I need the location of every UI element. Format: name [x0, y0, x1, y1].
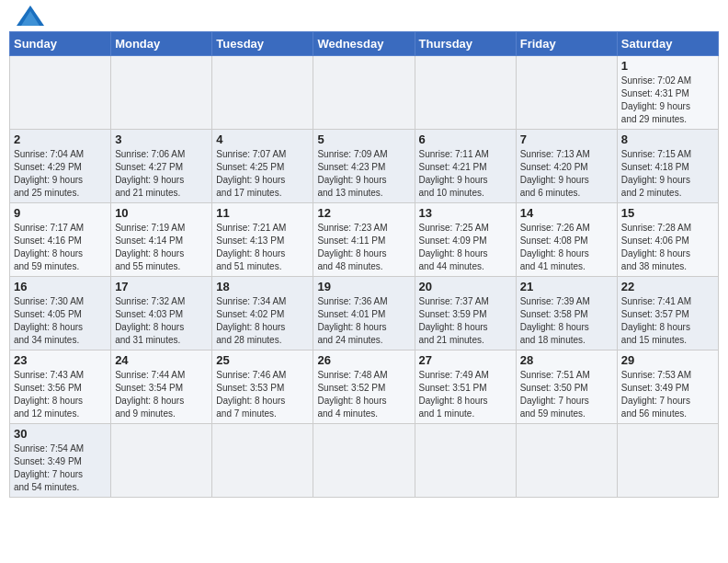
day-number: 15 [621, 206, 714, 220]
day-info: Sunrise: 7:07 AM Sunset: 4:25 PM Dayligh… [216, 148, 309, 200]
day-info: Sunrise: 7:54 AM Sunset: 3:49 PM Dayligh… [14, 442, 107, 494]
calendar-day-cell: 28Sunrise: 7:51 AM Sunset: 3:50 PM Dayli… [516, 350, 617, 424]
weekday-header-sunday: Sunday [10, 32, 111, 56]
calendar-day-cell: 27Sunrise: 7:49 AM Sunset: 3:51 PM Dayli… [415, 350, 516, 424]
day-info: Sunrise: 7:43 AM Sunset: 3:56 PM Dayligh… [14, 369, 107, 420]
calendar-day-cell: 29Sunrise: 7:53 AM Sunset: 3:49 PM Dayli… [617, 350, 718, 424]
day-number: 29 [621, 353, 714, 367]
calendar-day-cell [415, 56, 516, 130]
calendar-day-cell [415, 424, 516, 498]
calendar-table: SundayMondayTuesdayWednesdayThursdayFrid… [9, 31, 719, 498]
calendar-day-cell: 11Sunrise: 7:21 AM Sunset: 4:13 PM Dayli… [212, 203, 313, 277]
day-number: 19 [317, 280, 410, 293]
calendar-day-cell [212, 424, 313, 498]
day-number: 7 [520, 132, 613, 146]
day-info: Sunrise: 7:48 AM Sunset: 3:52 PM Dayligh… [317, 369, 410, 420]
day-number: 11 [216, 206, 309, 220]
day-info: Sunrise: 7:39 AM Sunset: 3:58 PM Dayligh… [520, 295, 613, 347]
day-number: 2 [14, 132, 107, 146]
calendar-day-cell: 17Sunrise: 7:32 AM Sunset: 4:03 PM Dayli… [111, 277, 212, 350]
day-number: 24 [115, 353, 208, 367]
day-number: 27 [419, 353, 512, 367]
day-number: 17 [115, 280, 208, 293]
day-number: 5 [317, 132, 410, 146]
day-info: Sunrise: 7:44 AM Sunset: 3:54 PM Dayligh… [115, 369, 208, 420]
day-info: Sunrise: 7:11 AM Sunset: 4:21 PM Dayligh… [419, 148, 512, 200]
day-info: Sunrise: 7:19 AM Sunset: 4:14 PM Dayligh… [115, 222, 208, 273]
day-info: Sunrise: 7:06 AM Sunset: 4:27 PM Dayligh… [115, 148, 208, 200]
weekday-header-friday: Friday [516, 32, 617, 56]
day-number: 9 [14, 206, 107, 220]
calendar-day-cell [10, 56, 111, 130]
day-info: Sunrise: 7:02 AM Sunset: 4:31 PM Dayligh… [621, 75, 714, 126]
calendar-day-cell: 19Sunrise: 7:36 AM Sunset: 4:01 PM Dayli… [313, 277, 415, 350]
weekday-header-thursday: Thursday [415, 32, 516, 56]
logo [13, 9, 44, 26]
calendar-week-row: 23Sunrise: 7:43 AM Sunset: 3:56 PM Dayli… [10, 350, 719, 424]
day-number: 16 [14, 280, 107, 293]
day-number: 23 [14, 353, 107, 367]
day-info: Sunrise: 7:23 AM Sunset: 4:11 PM Dayligh… [317, 222, 410, 273]
day-info: Sunrise: 7:28 AM Sunset: 4:06 PM Dayligh… [621, 222, 714, 273]
weekday-header-tuesday: Tuesday [212, 32, 313, 56]
day-info: Sunrise: 7:37 AM Sunset: 3:59 PM Dayligh… [419, 295, 512, 347]
weekday-header-monday: Monday [111, 32, 212, 56]
day-info: Sunrise: 7:15 AM Sunset: 4:18 PM Dayligh… [621, 148, 714, 200]
calendar-day-cell: 1Sunrise: 7:02 AM Sunset: 4:31 PM Daylig… [617, 56, 718, 130]
calendar-day-cell: 26Sunrise: 7:48 AM Sunset: 3:52 PM Dayli… [313, 350, 415, 424]
calendar-day-cell: 3Sunrise: 7:06 AM Sunset: 4:27 PM Daylig… [111, 130, 212, 203]
calendar-day-cell: 21Sunrise: 7:39 AM Sunset: 3:58 PM Dayli… [516, 277, 617, 350]
calendar-day-cell: 9Sunrise: 7:17 AM Sunset: 4:16 PM Daylig… [10, 203, 111, 277]
calendar-day-cell: 18Sunrise: 7:34 AM Sunset: 4:02 PM Dayli… [212, 277, 313, 350]
calendar-day-cell: 7Sunrise: 7:13 AM Sunset: 4:20 PM Daylig… [516, 130, 617, 203]
calendar-day-cell [313, 56, 415, 130]
calendar-day-cell: 6Sunrise: 7:11 AM Sunset: 4:21 PM Daylig… [415, 130, 516, 203]
calendar-day-cell: 10Sunrise: 7:19 AM Sunset: 4:14 PM Dayli… [111, 203, 212, 277]
calendar-day-cell: 20Sunrise: 7:37 AM Sunset: 3:59 PM Dayli… [415, 277, 516, 350]
calendar-week-row: 16Sunrise: 7:30 AM Sunset: 4:05 PM Dayli… [10, 277, 719, 350]
calendar-day-cell [617, 424, 718, 498]
calendar-day-cell: 12Sunrise: 7:23 AM Sunset: 4:11 PM Dayli… [313, 203, 415, 277]
calendar-day-cell [111, 56, 212, 130]
calendar-day-cell: 22Sunrise: 7:41 AM Sunset: 3:57 PM Dayli… [617, 277, 718, 350]
day-info: Sunrise: 7:34 AM Sunset: 4:02 PM Dayligh… [216, 295, 309, 347]
calendar-week-row: 9Sunrise: 7:17 AM Sunset: 4:16 PM Daylig… [10, 203, 719, 277]
calendar-day-cell: 25Sunrise: 7:46 AM Sunset: 3:53 PM Dayli… [212, 350, 313, 424]
day-info: Sunrise: 7:32 AM Sunset: 4:03 PM Dayligh… [115, 295, 208, 347]
calendar-day-cell [212, 56, 313, 130]
calendar-day-cell [111, 424, 212, 498]
header [9, 9, 719, 26]
calendar-day-cell: 14Sunrise: 7:26 AM Sunset: 4:08 PM Dayli… [516, 203, 617, 277]
day-info: Sunrise: 7:30 AM Sunset: 4:05 PM Dayligh… [14, 295, 107, 347]
calendar-day-cell: 23Sunrise: 7:43 AM Sunset: 3:56 PM Dayli… [10, 350, 111, 424]
day-number: 21 [520, 280, 613, 293]
day-number: 4 [216, 132, 309, 146]
weekday-header-row: SundayMondayTuesdayWednesdayThursdayFrid… [10, 32, 719, 56]
day-info: Sunrise: 7:36 AM Sunset: 4:01 PM Dayligh… [317, 295, 410, 347]
day-number: 30 [14, 427, 107, 441]
day-number: 12 [317, 206, 410, 220]
calendar-day-cell: 24Sunrise: 7:44 AM Sunset: 3:54 PM Dayli… [111, 350, 212, 424]
day-number: 20 [419, 280, 512, 293]
day-number: 1 [621, 59, 714, 73]
calendar-day-cell [516, 424, 617, 498]
calendar-day-cell: 4Sunrise: 7:07 AM Sunset: 4:25 PM Daylig… [212, 130, 313, 203]
day-info: Sunrise: 7:49 AM Sunset: 3:51 PM Dayligh… [419, 369, 512, 420]
day-number: 26 [317, 353, 410, 367]
day-number: 10 [115, 206, 208, 220]
calendar-day-cell: 16Sunrise: 7:30 AM Sunset: 4:05 PM Dayli… [10, 277, 111, 350]
day-info: Sunrise: 7:09 AM Sunset: 4:23 PM Dayligh… [317, 148, 410, 200]
day-info: Sunrise: 7:41 AM Sunset: 3:57 PM Dayligh… [621, 295, 714, 347]
calendar-week-row: 30Sunrise: 7:54 AM Sunset: 3:49 PM Dayli… [10, 424, 719, 498]
calendar-day-cell: 8Sunrise: 7:15 AM Sunset: 4:18 PM Daylig… [617, 130, 718, 203]
calendar-day-cell: 2Sunrise: 7:04 AM Sunset: 4:29 PM Daylig… [10, 130, 111, 203]
day-number: 3 [115, 132, 208, 146]
day-number: 13 [419, 206, 512, 220]
day-info: Sunrise: 7:21 AM Sunset: 4:13 PM Dayligh… [216, 222, 309, 273]
day-info: Sunrise: 7:26 AM Sunset: 4:08 PM Dayligh… [520, 222, 613, 273]
day-number: 25 [216, 353, 309, 367]
calendar-day-cell: 30Sunrise: 7:54 AM Sunset: 3:49 PM Dayli… [10, 424, 111, 498]
calendar-week-row: 2Sunrise: 7:04 AM Sunset: 4:29 PM Daylig… [10, 130, 719, 203]
day-info: Sunrise: 7:04 AM Sunset: 4:29 PM Dayligh… [14, 148, 107, 200]
day-info: Sunrise: 7:51 AM Sunset: 3:50 PM Dayligh… [520, 369, 613, 420]
